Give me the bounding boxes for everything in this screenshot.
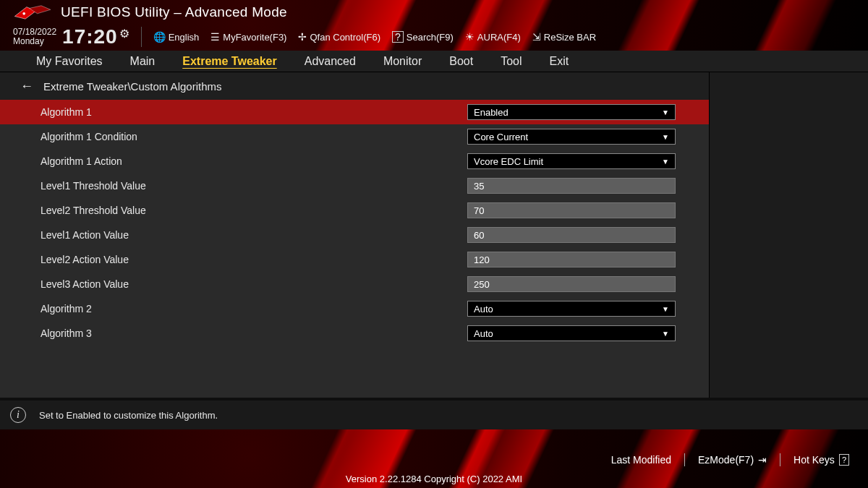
setting-label: Algorithm 2	[41, 303, 467, 314]
setting-label: Level1 Threshold Value	[41, 180, 467, 192]
tab-monitor[interactable]: Monitor	[383, 55, 422, 68]
main-tabs: My FavoritesMainExtreme TweakerAdvancedM…	[0, 51, 868, 72]
setting-label: Algorithm 1 Action	[41, 155, 467, 167]
setting-label: Level2 Action Value	[41, 254, 467, 265]
tab-extreme-tweaker[interactable]: Extreme Tweaker	[182, 55, 276, 68]
chevron-down-icon: ▼	[662, 108, 669, 116]
setting-row[interactable]: Level1 Threshold Value35	[0, 174, 709, 198]
setting-label: Level2 Threshold Value	[41, 205, 467, 216]
chevron-down-icon: ▼	[662, 330, 669, 338]
setting-label: Level3 Action Value	[41, 278, 467, 290]
setting-label: Algorithm 3	[41, 328, 467, 339]
setting-row[interactable]: Algorithm 1 ConditionCore Current▼	[0, 124, 709, 149]
dropdown[interactable]: Vcore EDC Limit▼	[467, 153, 676, 169]
dropdown[interactable]: Auto▼	[467, 301, 676, 317]
rog-logo	[13, 4, 54, 20]
text-input[interactable]: 70	[467, 202, 676, 218]
setting-label: Level1 Action Value	[41, 229, 467, 241]
gear-icon[interactable]: ⚙	[119, 27, 129, 40]
setting-row[interactable]: Algorithm 1Enabled▼	[0, 100, 709, 124]
qfan-button[interactable]: ✢Qfan Control(F6)	[298, 31, 380, 43]
setting-row[interactable]: Algorithm 2Auto▼	[0, 296, 709, 321]
dropdown[interactable]: Enabled▼	[467, 104, 676, 120]
svg-point-0	[22, 12, 25, 15]
date-block: 07/18/2022 Monday	[13, 27, 56, 46]
last-modified-button[interactable]: Last Modified	[611, 454, 671, 466]
exit-icon: ⇥	[758, 454, 767, 466]
setting-label: Algorithm 1	[41, 106, 467, 118]
chevron-down-icon: ▼	[662, 305, 669, 313]
aura-button[interactable]: ☀AURA(F4)	[465, 31, 521, 43]
list-icon: ☰	[210, 31, 220, 43]
text-input[interactable]: 250	[467, 276, 676, 292]
app-title: UEFI BIOS Utility – Advanced Mode	[61, 4, 287, 20]
side-info-panel	[709, 72, 868, 398]
help-text: Set to Enabled to customize this Algorit…	[39, 410, 218, 421]
resize-icon: ⇲	[532, 31, 541, 43]
dropdown[interactable]: Auto▼	[467, 325, 676, 341]
setting-row[interactable]: Algorithm 1 ActionVcore EDC Limit▼	[0, 149, 709, 174]
globe-icon: 🌐	[153, 31, 166, 43]
hotkeys-button[interactable]: Hot Keys ?	[793, 454, 849, 466]
setting-row[interactable]: Algorithm 3Auto▼	[0, 321, 709, 346]
text-input[interactable]: 120	[467, 252, 676, 267]
setting-label: Algorithm 1 Condition	[41, 131, 467, 142]
myfavorite-button[interactable]: ☰MyFavorite(F3)	[210, 31, 286, 43]
breadcrumb: Extreme Tweaker\Custom Algorithms	[43, 80, 221, 93]
chevron-down-icon: ▼	[662, 158, 669, 166]
fan-icon: ✢	[298, 31, 307, 43]
search-button[interactable]: ?Search(F9)	[392, 31, 454, 43]
tab-exit[interactable]: Exit	[550, 55, 569, 68]
text-input[interactable]: 35	[467, 178, 676, 194]
setting-row[interactable]: Level2 Action Value120	[0, 247, 709, 272]
tab-advanced[interactable]: Advanced	[305, 55, 356, 68]
tab-my-favorites[interactable]: My Favorites	[36, 55, 103, 68]
tab-boot[interactable]: Boot	[449, 55, 473, 68]
ezmode-button[interactable]: EzMode(F7)⇥	[698, 454, 767, 466]
help-icon: ?	[839, 454, 849, 466]
aura-icon: ☀	[465, 31, 475, 43]
language-button[interactable]: 🌐English	[153, 31, 200, 43]
text-input[interactable]: 60	[467, 227, 676, 243]
time-display: 17:20	[62, 25, 118, 48]
resizebar-button[interactable]: ⇲ReSize BAR	[532, 31, 596, 43]
info-icon: i	[10, 407, 26, 423]
dropdown[interactable]: Core Current▼	[467, 129, 676, 145]
setting-row[interactable]: Level1 Action Value60	[0, 223, 709, 247]
tab-main[interactable]: Main	[130, 55, 156, 68]
setting-row[interactable]: Level2 Threshold Value70	[0, 198, 709, 223]
version-text: Version 2.22.1284 Copyright (C) 2022 AMI	[0, 469, 868, 488]
settings-list: Algorithm 1Enabled▼Algorithm 1 Condition…	[0, 100, 709, 398]
setting-row[interactable]: Level3 Action Value250	[0, 272, 709, 296]
search-icon: ?	[392, 31, 404, 43]
back-arrow-icon[interactable]: ←	[20, 79, 33, 94]
tab-tool[interactable]: Tool	[501, 55, 522, 68]
chevron-down-icon: ▼	[662, 133, 669, 141]
